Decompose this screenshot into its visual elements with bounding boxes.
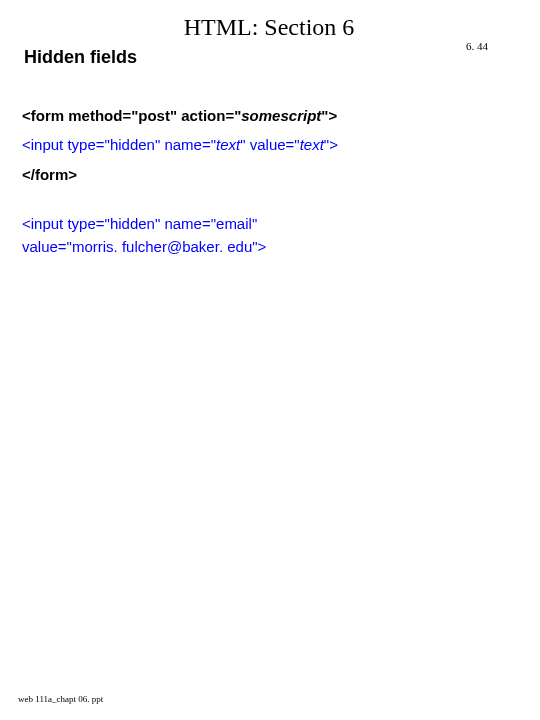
code-text-italic: text [300,136,324,153]
code-text: <form method="post" action=" [22,107,241,124]
code-line: </form> [22,163,516,186]
slide: HTML: Section 6 Hidden fields 6. 44 <for… [0,0,540,720]
footer-filename: web 111a_chapt 06. ppt [18,694,103,704]
code-line: <form method="post" action="somescript"> [22,104,516,127]
code-text-italic: text [216,136,240,153]
code-line: value="morris. fulcher@baker. edu"> [22,235,516,258]
code-text: "> [324,136,338,153]
slide-title: HTML: Section 6 [22,14,516,41]
code-text: "> [321,107,337,124]
code-line: <input type="hidden" name="text" value="… [22,133,516,156]
code-block-1: <form method="post" action="somescript">… [22,104,516,186]
code-block-2: <input type="hidden" name="email" value=… [22,212,516,259]
slide-subtitle: Hidden fields [24,47,516,68]
page-number: 6. 44 [466,40,488,52]
code-text: <input type="hidden" name=" [22,136,216,153]
code-line: <input type="hidden" name="email" [22,212,516,235]
code-text: " value=" [240,136,299,153]
code-text-italic: somescript [241,107,321,124]
